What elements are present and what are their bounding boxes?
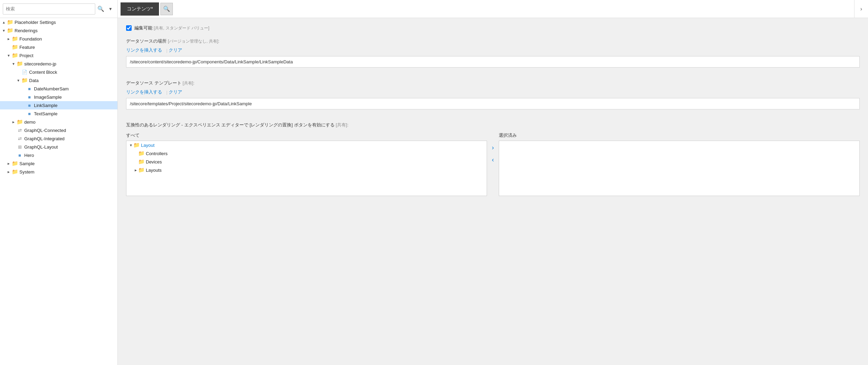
label-datenumbersam: DateNumberSam bbox=[34, 86, 69, 91]
editable-field-row: 編集可能 [共有, スタンダード バリュー] bbox=[126, 25, 860, 31]
compat-item-layout[interactable]: ▼📁Layout bbox=[126, 141, 487, 149]
toggle-placeholder-settings: ▲ bbox=[1, 20, 6, 24]
sidebar-item-renderings[interactable]: ▼📁Renderings bbox=[0, 26, 117, 35]
icon-placeholder-settings: 📁 bbox=[7, 19, 13, 25]
compat-item-controllers[interactable]: 📁Controllers bbox=[126, 149, 487, 158]
icon-graphql-layout: ⊞ bbox=[17, 144, 23, 150]
sidebar-item-placeholder-settings[interactable]: ▲📁Placeholder Settings bbox=[0, 18, 117, 26]
icon-foundation: 📁 bbox=[12, 36, 18, 42]
sidebar-item-hero[interactable]: ■Hero bbox=[0, 151, 117, 159]
compat-all-list[interactable]: ▼📁Layout📁Controllers📁Devices►📁Layouts bbox=[126, 141, 487, 196]
sidebar-item-graphql-connected[interactable]: ⇄GraphQL-Connected bbox=[0, 126, 117, 134]
icon-graphql-connected: ⇄ bbox=[17, 127, 23, 133]
compat-selected-list[interactable] bbox=[499, 141, 860, 196]
content-area: 編集可能 [共有, スタンダード バリュー] データソースの場所 [バージョン管… bbox=[118, 18, 868, 365]
top-bar-right: › bbox=[854, 0, 868, 18]
compat-toggle-layout: ▼ bbox=[129, 143, 133, 147]
datasource-location-links: リンクを挿入する | クリア bbox=[126, 47, 860, 53]
sidebar-item-data[interactable]: ▼📁Data bbox=[0, 76, 117, 84]
sidebar-item-project[interactable]: ▼📁Project bbox=[0, 51, 117, 60]
icon-sample: 📁 bbox=[12, 160, 18, 167]
label-sitecoredemo-jp: sitecoredemo-jp bbox=[24, 61, 56, 66]
icon-datenumbersam: ■ bbox=[26, 86, 33, 92]
datasource-location-field: データソースの場所 [バージョン管理なし, 共有]: リンクを挿入する | クリ… bbox=[126, 38, 860, 73]
search-button[interactable]: 🔍 bbox=[95, 4, 106, 14]
compat-label-layouts: Layouts bbox=[146, 168, 162, 173]
link-separator-1: | bbox=[166, 48, 167, 53]
sidebar-item-graphql-integrated[interactable]: ⇄GraphQL-Integrated bbox=[0, 134, 117, 143]
datasource-template-label: データソース テンプレート [共有]: bbox=[126, 80, 860, 86]
clear-button-1[interactable]: クリア bbox=[169, 47, 185, 53]
sidebar-item-textsample[interactable]: ■TextSample bbox=[0, 109, 117, 118]
compat-item-layouts[interactable]: ►📁Layouts bbox=[126, 166, 487, 174]
compat-icon-layout: 📁 bbox=[133, 142, 140, 148]
editable-checkbox-row: 編集可能 [共有, スタンダード バリュー] bbox=[126, 25, 860, 31]
label-data: Data bbox=[29, 78, 38, 83]
chevron-right-icon: › bbox=[860, 6, 862, 12]
datasource-location-label: データソースの場所 [バージョン管理なし, 共有]: bbox=[126, 38, 860, 44]
sidebar-item-content-block[interactable]: 📄Content Block bbox=[0, 68, 117, 76]
icon-sitecoredemo-jp: 📁 bbox=[17, 61, 23, 67]
datasource-location-input[interactable] bbox=[126, 56, 860, 68]
icon-content-block: 📄 bbox=[21, 69, 28, 75]
toggle-sample: ► bbox=[6, 162, 11, 166]
icon-imagesample: ■ bbox=[26, 94, 33, 100]
icon-hero: ■ bbox=[17, 152, 23, 158]
label-hero: Hero bbox=[24, 153, 34, 158]
datasource-template-input[interactable] bbox=[126, 98, 860, 109]
editable-checkbox[interactable] bbox=[126, 25, 132, 31]
label-renderings: Renderings bbox=[15, 28, 38, 33]
toggle-sitecoredemo-jp: ▼ bbox=[11, 62, 16, 66]
sidebar-item-feature[interactable]: 📁Feature bbox=[0, 43, 117, 51]
sidebar-item-demo[interactable]: ►📁demo bbox=[0, 118, 117, 126]
move-right-button[interactable]: › bbox=[490, 143, 495, 153]
compat-panels: すべて ▼📁Layout📁Controllers📁Devices►📁Layout… bbox=[126, 132, 860, 196]
insert-link-button-2[interactable]: リンクを挿入する bbox=[126, 89, 165, 95]
compat-icon-controllers: 📁 bbox=[138, 150, 144, 157]
compat-icon-devices: 📁 bbox=[138, 159, 144, 165]
editable-label[interactable]: 編集可能 [共有, スタンダード バリュー] bbox=[134, 25, 209, 31]
search-area: 🔍 ▼ bbox=[0, 0, 118, 18]
sidebar-item-datenumbersam[interactable]: ■DateNumberSam bbox=[0, 84, 117, 93]
label-textsample: TextSample bbox=[34, 111, 57, 116]
sidebar-item-graphql-layout[interactable]: ⊞GraphQL-Layout bbox=[0, 143, 117, 151]
sidebar-item-system[interactable]: ►📁System bbox=[0, 168, 117, 176]
compat-item-devices[interactable]: 📁Devices bbox=[126, 158, 487, 166]
label-graphql-integrated: GraphQL-Integrated bbox=[24, 136, 64, 141]
main-layout: ▲📁Placeholder Settings▼📁Renderings►📁Foun… bbox=[0, 18, 868, 365]
insert-link-button-1[interactable]: リンクを挿入する bbox=[126, 47, 165, 53]
icon-graphql-integrated: ⇄ bbox=[17, 135, 23, 142]
icon-linksample: ■ bbox=[26, 102, 33, 108]
label-linksample: LinkSample bbox=[34, 103, 57, 108]
sidebar-item-foundation[interactable]: ►📁Foundation bbox=[0, 35, 117, 43]
compat-label: 互換性のあるレンダリング - エクスペリエンス エディターで [レンダリングの置… bbox=[126, 122, 860, 128]
compat-label-devices: Devices bbox=[146, 159, 162, 164]
toggle-foundation: ► bbox=[6, 37, 11, 41]
compat-section: 互換性のあるレンダリング - エクスペリエンス エディターで [レンダリングの置… bbox=[126, 122, 860, 196]
search-input[interactable] bbox=[3, 3, 95, 15]
label-content-block: Content Block bbox=[29, 70, 57, 75]
toggle-data: ▼ bbox=[16, 79, 21, 82]
icon-data: 📁 bbox=[21, 77, 28, 83]
search-dropdown-button[interactable]: ▼ bbox=[106, 5, 115, 13]
link-separator-2: | bbox=[166, 90, 167, 95]
sidebar-item-sample[interactable]: ►📁Sample bbox=[0, 159, 117, 168]
sidebar-item-linksample[interactable]: ■LinkSample bbox=[0, 101, 117, 109]
compat-all-title: すべて bbox=[126, 132, 487, 139]
datasource-template-links: リンクを挿入する | クリア bbox=[126, 89, 860, 95]
icon-demo: 📁 bbox=[17, 119, 23, 125]
label-graphql-layout: GraphQL-Layout bbox=[24, 144, 58, 150]
content-tab[interactable]: コンテンツ* bbox=[121, 2, 159, 16]
toggle-system: ► bbox=[6, 170, 11, 174]
icon-feature: 📁 bbox=[12, 44, 18, 50]
label-system: System bbox=[19, 169, 34, 175]
icon-renderings: 📁 bbox=[7, 27, 13, 34]
compat-all-panel: すべて ▼📁Layout📁Controllers📁Devices►📁Layout… bbox=[126, 132, 487, 196]
move-left-button[interactable]: ‹ bbox=[490, 155, 495, 165]
search-tab-button[interactable]: 🔍 bbox=[160, 3, 173, 15]
compat-label-controllers: Controllers bbox=[146, 151, 168, 156]
sidebar-item-imagesample[interactable]: ■ImageSample bbox=[0, 93, 117, 101]
sidebar-item-sitecoredemo-jp[interactable]: ▼📁sitecoredemo-jp bbox=[0, 60, 117, 68]
compat-selected-panel: 選択済み bbox=[499, 132, 860, 196]
clear-button-2[interactable]: クリア bbox=[169, 89, 185, 95]
